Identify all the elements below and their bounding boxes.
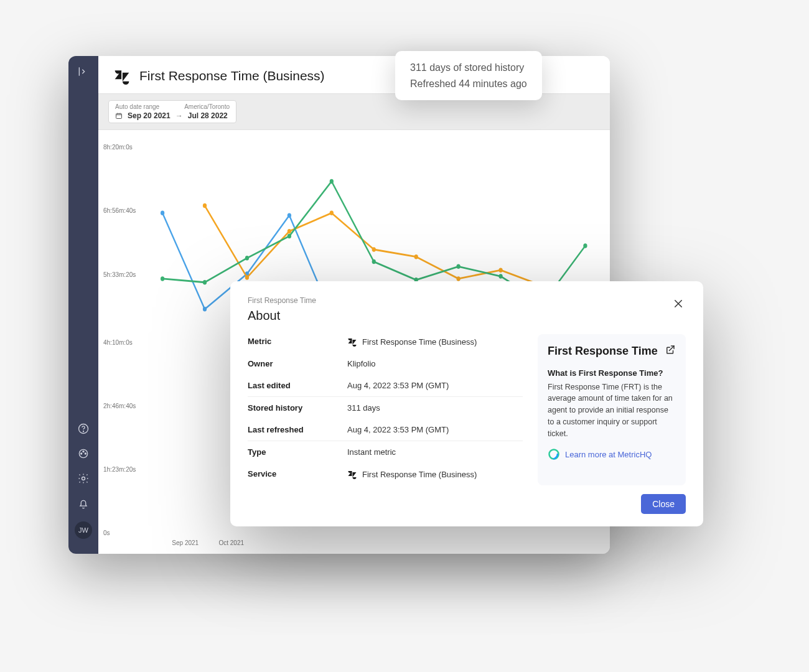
sidebar: JW [68, 56, 98, 554]
svg-point-13 [203, 203, 207, 208]
info-label-last-edited: Last edited [248, 381, 347, 390]
svg-point-25 [288, 234, 291, 239]
y-tick: 8h:20m:0s [103, 144, 133, 151]
learn-more-link[interactable]: Learn more at MetricHQ [565, 450, 652, 459]
info-value-owner: Klipfolio [347, 359, 376, 368]
svg-point-15 [288, 229, 291, 234]
metric-info-card: First Response Time What is First Respon… [538, 334, 686, 485]
svg-point-3 [83, 451, 84, 452]
tooltip-refreshed-text: Refreshed 44 minutes ago [410, 76, 527, 92]
svg-point-5 [85, 453, 86, 454]
info-label-owner: Owner [248, 359, 347, 368]
close-icon[interactable] [671, 296, 686, 311]
info-value-service: First Response Time (Business) [362, 470, 477, 479]
page-title: First Response Time (Business) [139, 68, 325, 83]
zendesk-icon [347, 337, 357, 347]
svg-point-22 [161, 276, 164, 281]
info-value-last-refreshed: Aug 4, 2022 3:53 PM (GMT) [347, 425, 449, 434]
timezone-label: America/Toronto [184, 103, 230, 110]
date-from: Sep 20 2021 [128, 111, 171, 120]
side-card-title: First Response Time [548, 344, 658, 358]
external-link-icon[interactable] [665, 344, 676, 355]
y-tick: 2h:46m:40s [103, 402, 136, 409]
info-label-type: Type [248, 447, 347, 457]
history-tooltip: 311 days of stored history Refreshed 44 … [395, 51, 542, 100]
svg-point-1 [83, 431, 84, 432]
svg-point-14 [245, 275, 249, 280]
tooltip-history-text: 311 days of stored history [410, 60, 527, 76]
svg-point-9 [203, 307, 207, 312]
info-label-stored-history: Stored history [248, 403, 347, 413]
settings-icon[interactable] [77, 472, 90, 485]
svg-point-23 [203, 280, 207, 285]
svg-point-20 [498, 268, 502, 273]
help-icon[interactable] [77, 422, 90, 436]
expand-sidebar-icon[interactable] [77, 65, 90, 78]
y-tick: 1h:23m:20s [103, 465, 136, 472]
svg-point-19 [457, 276, 461, 281]
svg-rect-7 [116, 114, 122, 119]
theme-icon[interactable] [77, 447, 90, 460]
date-range-picker[interactable]: Auto date range America/Toronto Sep 20 2… [108, 100, 236, 123]
svg-point-18 [414, 254, 418, 259]
info-label-service: Service [248, 469, 347, 479]
y-tick: 6h:56m:40s [103, 207, 136, 214]
modal-title: About [248, 309, 316, 323]
y-tick: 0s [103, 529, 110, 536]
zendesk-icon [347, 469, 357, 479]
about-modal: First Response Time About Metric First R… [230, 281, 703, 526]
user-avatar[interactable]: JW [75, 521, 92, 539]
info-value-last-edited: Aug 4, 2022 3:53 PM (GMT) [347, 381, 449, 390]
arrow-right-icon: → [175, 111, 183, 120]
info-label-metric: Metric [248, 337, 347, 347]
zendesk-icon [113, 67, 131, 85]
info-value-type: Instant metric [347, 447, 396, 457]
svg-point-8 [161, 211, 164, 216]
y-tick: 4h:10m:0s [103, 338, 133, 345]
info-value-metric: First Response Time (Business) [362, 337, 477, 347]
close-button[interactable]: Close [641, 494, 686, 514]
svg-point-4 [81, 453, 82, 454]
y-tick: 5h:33m:20s [103, 271, 136, 278]
side-card-question: What is First Response Time? [548, 368, 676, 378]
side-card-description: First Response Time (FRT) is the average… [548, 381, 676, 440]
svg-point-32 [583, 243, 587, 248]
svg-point-17 [372, 247, 376, 252]
info-value-stored-history: 311 days [347, 403, 380, 413]
notifications-icon[interactable] [77, 497, 90, 510]
date-range-label: Auto date range [115, 103, 159, 110]
info-label-last-refreshed: Last refreshed [248, 425, 347, 434]
svg-point-29 [457, 264, 461, 269]
x-tick: Oct 2021 [218, 539, 244, 546]
metrichq-icon [548, 448, 560, 460]
calendar-icon [115, 112, 123, 119]
svg-point-26 [330, 179, 334, 184]
svg-point-24 [245, 256, 249, 261]
svg-point-27 [372, 259, 376, 264]
x-tick: Sep 2021 [172, 539, 199, 546]
svg-point-11 [288, 213, 291, 218]
info-table: Metric First Response Time (Business) Ow… [248, 334, 523, 485]
svg-point-16 [330, 211, 334, 216]
modal-breadcrumb: First Response Time [248, 296, 316, 305]
svg-point-30 [498, 274, 502, 279]
svg-point-6 [82, 477, 85, 480]
date-to: Jul 28 2022 [188, 111, 228, 120]
